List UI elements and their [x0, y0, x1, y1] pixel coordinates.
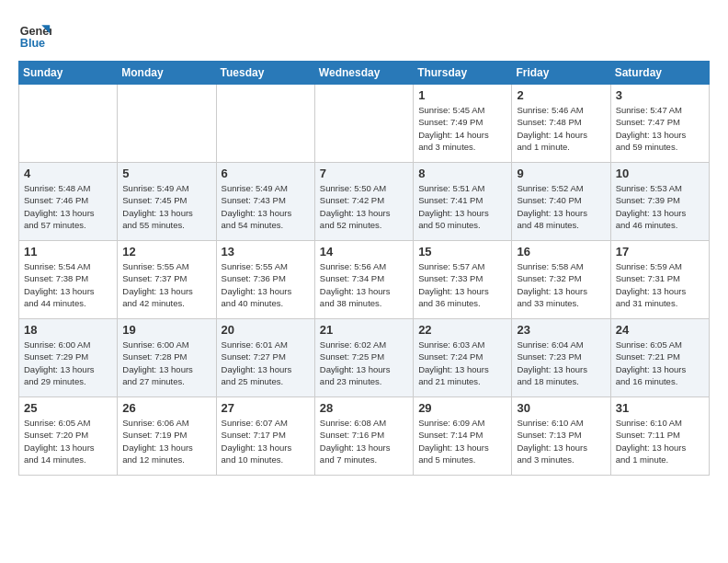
day-cell-5-7: 31Sunrise: 6:10 AM Sunset: 7:11 PM Dayli…: [610, 397, 709, 476]
day-cell-1-4: [314, 85, 413, 163]
day-info: Sunrise: 6:01 AM Sunset: 7:27 PM Dayligh…: [222, 339, 310, 387]
weekday-header-row: SundayMondayTuesdayWednesdayThursdayFrid…: [19, 62, 710, 85]
logo-icon: General Blue: [18, 18, 51, 52]
day-cell-5-6: 30Sunrise: 6:10 AM Sunset: 7:13 PM Dayli…: [512, 397, 610, 476]
day-info: Sunrise: 5:55 AM Sunset: 7:37 PM Dayligh…: [122, 260, 210, 309]
calendar-table: SundayMondayTuesdayWednesdayThursdayFrid…: [18, 61, 710, 476]
svg-text:Blue: Blue: [20, 37, 45, 50]
day-number: 1: [418, 88, 506, 102]
day-cell-3-5: 15Sunrise: 5:57 AM Sunset: 7:33 PM Dayli…: [414, 241, 512, 319]
day-cell-1-2: [118, 85, 216, 163]
day-info: Sunrise: 6:00 AM Sunset: 7:29 PM Dayligh…: [24, 339, 112, 387]
day-cell-4-6: 23Sunrise: 6:04 AM Sunset: 7:23 PM Dayli…: [512, 319, 610, 397]
day-cell-5-3: 27Sunrise: 6:07 AM Sunset: 7:17 PM Dayli…: [216, 397, 314, 476]
day-cell-1-6: 2Sunrise: 5:46 AM Sunset: 7:48 PM Daylig…: [512, 85, 610, 163]
day-info: Sunrise: 6:03 AM Sunset: 7:24 PM Dayligh…: [418, 339, 506, 387]
day-info: Sunrise: 6:10 AM Sunset: 7:13 PM Dayligh…: [517, 417, 605, 465]
day-number: 8: [418, 167, 506, 180]
day-number: 29: [418, 401, 506, 415]
week-row-1: 1Sunrise: 5:45 AM Sunset: 7:49 PM Daylig…: [19, 85, 710, 163]
weekday-header-friday: Friday: [512, 62, 610, 85]
weekday-header-wednesday: Wednesday: [314, 62, 413, 85]
day-cell-2-2: 5Sunrise: 5:49 AM Sunset: 7:45 PM Daylig…: [118, 163, 216, 241]
day-number: 18: [24, 323, 112, 337]
day-cell-2-4: 7Sunrise: 5:50 AM Sunset: 7:42 PM Daylig…: [314, 163, 413, 241]
week-row-2: 4Sunrise: 5:48 AM Sunset: 7:46 PM Daylig…: [19, 163, 710, 241]
day-cell-3-1: 11Sunrise: 5:54 AM Sunset: 7:38 PM Dayli…: [19, 241, 118, 319]
day-info: Sunrise: 5:48 AM Sunset: 7:46 PM Dayligh…: [24, 182, 112, 231]
day-cell-3-3: 13Sunrise: 5:55 AM Sunset: 7:36 PM Dayli…: [216, 241, 314, 319]
day-info: Sunrise: 5:50 AM Sunset: 7:42 PM Dayligh…: [320, 182, 408, 231]
day-number: 7: [320, 167, 408, 180]
day-number: 27: [222, 401, 310, 415]
day-cell-1-5: 1Sunrise: 5:45 AM Sunset: 7:49 PM Daylig…: [414, 85, 512, 163]
day-info: Sunrise: 6:10 AM Sunset: 7:11 PM Dayligh…: [616, 417, 704, 465]
day-number: 14: [320, 245, 408, 259]
day-info: Sunrise: 5:58 AM Sunset: 7:32 PM Dayligh…: [517, 260, 605, 309]
day-cell-3-6: 16Sunrise: 5:58 AM Sunset: 7:32 PM Dayli…: [512, 241, 610, 319]
day-cell-3-4: 14Sunrise: 5:56 AM Sunset: 7:34 PM Dayli…: [314, 241, 413, 319]
day-number: 24: [616, 323, 704, 337]
day-cell-1-1: [19, 85, 118, 163]
day-info: Sunrise: 5:55 AM Sunset: 7:36 PM Dayligh…: [222, 260, 310, 309]
day-number: 15: [418, 245, 506, 259]
page-header: General Blue: [18, 18, 710, 52]
day-cell-2-7: 10Sunrise: 5:53 AM Sunset: 7:39 PM Dayli…: [610, 163, 709, 241]
day-number: 23: [517, 323, 605, 337]
day-cell-4-5: 22Sunrise: 6:03 AM Sunset: 7:24 PM Dayli…: [414, 319, 512, 397]
day-info: Sunrise: 6:05 AM Sunset: 7:20 PM Dayligh…: [24, 417, 112, 465]
day-info: Sunrise: 5:46 AM Sunset: 7:48 PM Dayligh…: [517, 104, 605, 153]
day-cell-5-1: 25Sunrise: 6:05 AM Sunset: 7:20 PM Dayli…: [19, 397, 118, 476]
day-info: Sunrise: 6:06 AM Sunset: 7:19 PM Dayligh…: [122, 417, 210, 465]
day-info: Sunrise: 6:09 AM Sunset: 7:14 PM Dayligh…: [418, 417, 506, 465]
weekday-header-sunday: Sunday: [19, 62, 118, 85]
day-number: 28: [320, 401, 408, 415]
day-info: Sunrise: 5:57 AM Sunset: 7:33 PM Dayligh…: [418, 260, 506, 309]
day-number: 22: [418, 323, 506, 337]
day-info: Sunrise: 5:45 AM Sunset: 7:49 PM Dayligh…: [418, 104, 506, 153]
logo: General Blue: [18, 18, 51, 52]
day-info: Sunrise: 6:08 AM Sunset: 7:16 PM Dayligh…: [320, 417, 408, 465]
day-number: 16: [517, 245, 605, 259]
day-number: 21: [320, 323, 408, 337]
weekday-header-thursday: Thursday: [414, 62, 512, 85]
day-info: Sunrise: 5:53 AM Sunset: 7:39 PM Dayligh…: [616, 182, 704, 231]
day-cell-5-4: 28Sunrise: 6:08 AM Sunset: 7:16 PM Dayli…: [314, 397, 413, 476]
day-cell-4-4: 21Sunrise: 6:02 AM Sunset: 7:25 PM Dayli…: [314, 319, 413, 397]
day-number: 3: [616, 88, 704, 102]
day-number: 20: [222, 323, 310, 337]
day-cell-1-7: 3Sunrise: 5:47 AM Sunset: 7:47 PM Daylig…: [610, 85, 709, 163]
day-cell-2-5: 8Sunrise: 5:51 AM Sunset: 7:41 PM Daylig…: [414, 163, 512, 241]
day-number: 17: [616, 245, 704, 259]
day-info: Sunrise: 6:07 AM Sunset: 7:17 PM Dayligh…: [222, 417, 310, 465]
day-info: Sunrise: 5:49 AM Sunset: 7:43 PM Dayligh…: [222, 182, 310, 231]
day-number: 13: [222, 245, 310, 259]
day-info: Sunrise: 6:00 AM Sunset: 7:28 PM Dayligh…: [122, 339, 210, 387]
day-info: Sunrise: 6:05 AM Sunset: 7:21 PM Dayligh…: [616, 339, 704, 387]
day-cell-3-2: 12Sunrise: 5:55 AM Sunset: 7:37 PM Dayli…: [118, 241, 216, 319]
day-cell-5-5: 29Sunrise: 6:09 AM Sunset: 7:14 PM Dayli…: [414, 397, 512, 476]
day-number: 2: [517, 88, 605, 102]
day-number: 30: [517, 401, 605, 415]
day-cell-1-3: [216, 85, 314, 163]
day-cell-2-1: 4Sunrise: 5:48 AM Sunset: 7:46 PM Daylig…: [19, 163, 118, 241]
day-info: Sunrise: 5:49 AM Sunset: 7:45 PM Dayligh…: [122, 182, 210, 231]
day-info: Sunrise: 5:52 AM Sunset: 7:40 PM Dayligh…: [517, 182, 605, 231]
day-cell-4-7: 24Sunrise: 6:05 AM Sunset: 7:21 PM Dayli…: [610, 319, 709, 397]
day-number: 10: [616, 167, 704, 180]
day-number: 19: [122, 323, 210, 337]
day-number: 25: [24, 401, 112, 415]
day-number: 12: [122, 245, 210, 259]
day-number: 6: [222, 167, 310, 180]
day-cell-2-3: 6Sunrise: 5:49 AM Sunset: 7:43 PM Daylig…: [216, 163, 314, 241]
day-cell-4-1: 18Sunrise: 6:00 AM Sunset: 7:29 PM Dayli…: [19, 319, 118, 397]
day-cell-2-6: 9Sunrise: 5:52 AM Sunset: 7:40 PM Daylig…: [512, 163, 610, 241]
day-number: 11: [24, 245, 112, 259]
day-cell-4-3: 20Sunrise: 6:01 AM Sunset: 7:27 PM Dayli…: [216, 319, 314, 397]
day-info: Sunrise: 5:56 AM Sunset: 7:34 PM Dayligh…: [320, 260, 408, 309]
day-number: 26: [122, 401, 210, 415]
weekday-header-monday: Monday: [118, 62, 216, 85]
day-number: 4: [24, 167, 112, 180]
day-info: Sunrise: 5:51 AM Sunset: 7:41 PM Dayligh…: [418, 182, 506, 231]
day-number: 9: [517, 167, 605, 180]
